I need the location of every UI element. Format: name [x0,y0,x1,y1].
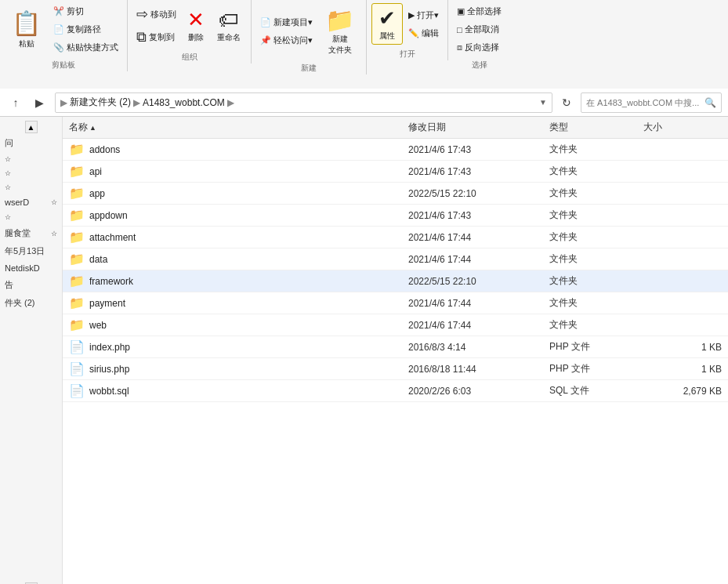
breadcrumb[interactable]: ▶ 新建文件夹 (2) ▶ A1483_wobbt.COM ▶ ▼ [55,92,552,113]
file-type: PHP 文件 [549,340,643,354]
select-none-button[interactable]: □ 全部取消 [453,21,505,38]
clipboard-group-content: 📋 粘贴 ✂️ 剪切 📄 复制路径 📎 粘贴快捷方式 [0,0,128,59]
file-row[interactable]: 📄 wobbt.sql 2020/2/26 6:03 SQL 文件 2,679 … [63,380,728,402]
file-date: 2021/4/6 17:44 [408,320,549,331]
file-row[interactable]: 📁 payment 2021/4/6 17:44 文件夹 [63,292,728,314]
cut-button[interactable]: ✂️ 剪切 [49,3,122,20]
open-icon: ▶ [408,10,415,20]
file-row[interactable]: 📁 framework 2022/5/15 22:10 文件夹 [63,270,728,292]
file-row[interactable]: 📁 addons 2021/4/6 17:43 文件夹 [63,139,728,161]
edit-icon: ✏️ [408,28,419,38]
search-icon: 🔍 [704,97,716,108]
folder-icon: 📁 [69,164,85,179]
sidebar-label-folder: 件夹 (2) [5,297,35,309]
file-icon: 📄 [69,383,85,398]
easy-access-button[interactable]: 📌 轻松访问▾ [256,32,317,49]
file-type: 文件夹 [549,230,643,244]
delete-button[interactable]: ✕ 删除 [182,5,210,45]
file-name: 📁 api [69,164,408,179]
folder-icon: 📁 [69,208,85,223]
sidebar-item-may[interactable]: 年5月13日 [0,242,62,260]
file-name: 📁 payment [69,296,408,310]
new-label: 新建 [252,62,367,74]
breadcrumb-sep: ▶ [133,97,140,108]
breadcrumb-dropdown-icon[interactable]: ▼ [539,98,547,107]
file-row[interactable]: 📁 app 2022/5/15 22:10 文件夹 [63,183,728,205]
col-size[interactable]: 大小 [643,121,722,134]
search-input[interactable] [586,98,701,107]
file-name: 📄 sirius.php [69,361,408,376]
organize-label: 组织 [128,51,252,63]
move-to-button[interactable]: ⇨ 移动到 [132,3,180,25]
sidebar-item-5[interactable]: ☆ [0,210,62,224]
search-box[interactable]: 🔍 [581,92,722,113]
ribbon-groups: 📋 粘贴 ✂️ 剪切 📄 复制路径 📎 粘贴快捷方式 [0,0,728,89]
file-name-text: attachment [89,232,136,243]
sidebar-item-2[interactable]: ☆ [0,166,62,180]
file-row[interactable]: 📁 api 2021/4/6 17:43 文件夹 [63,161,728,183]
folder-icon: 📁 [69,252,85,267]
file-row[interactable]: 📁 data 2021/4/6 17:44 文件夹 [63,248,728,270]
invert-selection-button[interactable]: ⧈ 反向选择 [453,39,505,56]
breadcrumb-part-1[interactable]: 新建文件夹 (2) [70,96,131,109]
folder-icon: 📁 [69,296,85,310]
file-size: 1 KB [643,342,722,353]
col-type[interactable]: 类型 [549,121,643,134]
edit-button[interactable]: ✏️ 编辑 [404,25,443,42]
properties-button[interactable]: ✔ 属性 [371,3,403,45]
folder-icon: 📁 [69,142,85,157]
ribbon-group-open: ✔ 属性 ▶ 打开▾ ✏️ 编辑 打开 [367,0,448,74]
folder-icon: 📁 [69,274,85,288]
breadcrumb-end: ▶ [227,97,234,108]
copy-path-button[interactable]: 📄 复制路径 [49,21,122,38]
sidebar-item-netdisk[interactable]: NetdiskD [0,260,62,276]
file-icon: 📄 [69,361,85,376]
copy-to-button[interactable]: ⧉ 复制到 [132,27,180,48]
file-type: 文件夹 [549,296,643,310]
open-button[interactable]: ▶ 打开▾ [404,7,443,24]
file-row[interactable]: 📁 appdown 2021/4/6 17:43 文件夹 [63,205,728,227]
paste-shortcut-button[interactable]: 📎 粘贴快捷方式 [49,39,122,56]
back-button[interactable]: ▶ [30,93,49,112]
select-all-button[interactable]: ▣ 全部选择 [453,3,505,20]
col-date[interactable]: 修改日期 [408,121,549,134]
file-row[interactable]: 📄 sirius.php 2016/8/18 11:44 PHP 文件 1 KB [63,358,728,380]
sidebar-pin-icon-2: ☆ [5,169,11,177]
new-folder-button[interactable]: 📁 新建 文件夹 [318,3,361,59]
file-row[interactable]: 📄 index.php 2016/8/3 4:14 PHP 文件 1 KB [63,336,728,358]
sidebar-scroll-up[interactable]: ▲ [25,121,38,133]
sidebar-item-0[interactable]: 问 [0,134,62,152]
rename-button[interactable]: 🏷 重命名 [212,5,246,45]
sidebar-item-wserD[interactable]: wserD ☆ [0,194,62,210]
up-button[interactable]: ↑ [6,93,25,112]
sidebar-item-folder[interactable]: 件夹 (2) [0,294,62,312]
address-bar: ↑ ▶ ▶ 新建文件夹 (2) ▶ A1483_wobbt.COM ▶ ▼ ↻ … [0,89,728,117]
sidebar-label-0: 问 [5,137,13,149]
breadcrumb-part-2[interactable]: A1483_wobbt.COM [143,97,225,108]
select-none-icon: □ [457,25,462,34]
new-item-button[interactable]: 📄 新建项目▾ [256,14,317,31]
sidebar-item-canteen[interactable]: 腿食堂 ☆ [0,224,62,242]
sidebar-label-ad: 告 [5,279,13,291]
new-group-content: 📄 新建项目▾ 📌 轻松访问▾ 📁 新建 文件夹 [252,0,367,62]
open-group-content: ✔ 属性 ▶ 打开▾ ✏️ 编辑 [367,0,448,48]
file-type: 文件夹 [549,318,643,332]
file-row[interactable]: 📁 attachment 2021/4/6 17:44 文件夹 [63,227,728,248]
refresh-button[interactable]: ↻ [557,93,576,112]
file-size: 2,679 KB [643,386,722,397]
file-row[interactable]: 📁 web 2021/4/6 17:44 文件夹 [63,314,728,336]
sidebar-item-3[interactable]: ☆ [0,180,62,194]
paste-button[interactable]: 📋 粘贴 [5,6,48,53]
open-label: 打开 [367,48,448,60]
file-name-text: addons [89,144,120,155]
file-date: 2021/4/6 17:44 [408,298,549,309]
file-name-text: data [89,254,107,265]
file-name-text: index.php [89,342,130,353]
file-name-text: wobbt.sql [89,386,129,397]
new-small-buttons: 📄 新建项目▾ 📌 轻松访问▾ [256,14,317,49]
sidebar-item-ad[interactable]: 告 [0,276,62,294]
col-name[interactable]: 名称 ▲ [69,121,408,134]
sidebar-item-1[interactable]: ☆ [0,152,62,166]
ribbon-group-clipboard: 📋 粘贴 ✂️ 剪切 📄 复制路径 📎 粘贴快捷方式 [0,0,128,74]
sidebar: ▲ 问 ☆ ☆ ☆ wserD ☆ ☆ 腿食堂 ☆ 年5月13日 Netdisk… [0,117,63,584]
